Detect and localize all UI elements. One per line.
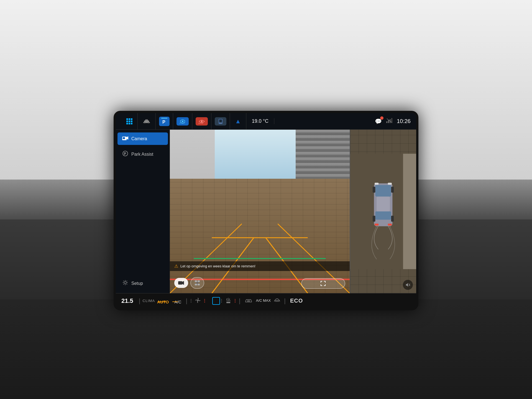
nav-mode-section: MODE [192, 113, 211, 129]
svg-rect-46 [195, 284, 197, 285]
rear-camera-button[interactable] [174, 278, 188, 288]
svg-rect-8 [131, 123, 132, 124]
sidebar-item-setup[interactable]: Setup [117, 276, 168, 290]
setup-label: Setup [131, 281, 143, 286]
mode-icon[interactable]: MODE [196, 117, 208, 126]
svg-rect-25 [388, 120, 389, 123]
guide-lines-svg [170, 154, 350, 293]
climate-divider-5: | [282, 297, 288, 305]
svg-rect-60 [388, 183, 392, 185]
camera-control-buttons [174, 277, 204, 289]
warning-banner: ⚠ Let op omgeving en wees klaar om te re… [170, 261, 350, 271]
phone-icon[interactable] [215, 117, 226, 126]
svg-rect-23 [220, 123, 221, 123]
svg-text:MODE: MODE [198, 122, 203, 124]
home-button[interactable] [212, 297, 220, 305]
climate-divider: | [137, 297, 143, 305]
svg-rect-7 [129, 123, 130, 124]
warning-text: Let op omgeving en wees klaar om te remm… [180, 264, 255, 268]
clock-display: 10:26 [397, 118, 411, 124]
nav-phone-section [211, 113, 230, 129]
climate-divider-4: | [237, 297, 243, 305]
svg-rect-5 [131, 121, 132, 122]
ac-section: A/C [170, 300, 184, 302]
ac-max-button[interactable]: A/C MAX [254, 299, 272, 303]
rear-defrost-icon[interactable] [243, 298, 254, 304]
car-icon[interactable] [141, 118, 152, 125]
main-content-area: Camera P Park Assist [116, 130, 416, 293]
svg-rect-66 [226, 302, 230, 303]
svg-text:ASSIST: ASSIST [179, 122, 185, 124]
nav-car-section [138, 113, 156, 129]
rear-camera-feed: ⚠ Let op omgeving en wees klaar om te re… [170, 130, 350, 293]
setup-sidebar-icon [122, 280, 129, 287]
camera-view-area: ⚠ Let op omgeving en wees klaar om te re… [170, 130, 416, 293]
apps-grid-icon[interactable] [125, 117, 134, 126]
fan-icon[interactable] [193, 297, 203, 305]
topdown-view-area [350, 130, 416, 293]
svg-rect-59 [375, 183, 378, 185]
sidebar-item-camera[interactable]: Camera [117, 132, 168, 145]
message-badge [380, 116, 383, 120]
svg-rect-24 [386, 121, 387, 123]
svg-rect-58 [391, 216, 394, 221]
top-nav-bar: P ASSIST [116, 113, 416, 130]
auto-underline [158, 301, 166, 302]
svg-rect-45 [198, 280, 200, 282]
sidebar-item-park-assist[interactable]: P Park Assist [117, 147, 168, 161]
climate-dots-menu-2[interactable] [203, 299, 206, 303]
parking-p-icon[interactable]: P [159, 117, 170, 126]
svg-rect-22 [219, 119, 222, 122]
seat-heat-icon[interactable] [223, 297, 234, 305]
park-assist-label: Park Assist [131, 152, 153, 157]
camera-label: Camera [131, 136, 147, 141]
svg-rect-44 [195, 280, 197, 282]
nav-navigation-section: ▲ [230, 113, 246, 129]
sidebar-spacer [116, 163, 170, 275]
camera-sidebar-icon [122, 136, 129, 142]
climate-dots-menu-3[interactable] [220, 299, 223, 303]
surround-camera-button[interactable] [190, 277, 204, 289]
svg-rect-52 [375, 185, 391, 197]
svg-rect-11 [161, 118, 167, 119]
svg-rect-0 [126, 118, 128, 120]
svg-rect-48 [196, 282, 198, 284]
navigation-arrow-icon[interactable]: ▲ [233, 117, 243, 126]
temperature-display: 19.0 °C [246, 118, 274, 124]
svg-rect-57 [373, 216, 375, 221]
svg-rect-54 [377, 196, 390, 211]
climate-divider-2: | [184, 297, 190, 305]
car-interior: P ASSIST [0, 0, 532, 399]
svg-rect-53 [375, 211, 391, 220]
climate-control-bar: 21.5 | CLIMA AUTO A/C | [116, 293, 416, 308]
sidebar: Camera P Park Assist [116, 130, 170, 293]
nav-apps-section [121, 113, 138, 129]
svg-rect-9 [144, 122, 145, 123]
svg-rect-6 [126, 123, 128, 124]
svg-rect-47 [198, 284, 200, 285]
svg-text:P: P [162, 120, 165, 124]
svg-rect-49 [403, 154, 416, 269]
clima-label: CLIMA [143, 299, 157, 303]
expand-camera-button[interactable] [301, 278, 345, 289]
svg-point-15 [182, 121, 183, 122]
auto-section: AUTO [157, 300, 170, 302]
svg-rect-55 [373, 187, 375, 193]
climate-dots-menu-1[interactable] [190, 299, 193, 303]
time-section: 💬 10:26 [370, 118, 411, 125]
svg-marker-30 [127, 136, 128, 140]
park-assist-sidebar-icon: P [122, 150, 129, 158]
svg-rect-31 [123, 137, 125, 139]
warning-triangle-icon: ⚠ [174, 264, 178, 269]
svg-rect-61 [375, 224, 378, 226]
svg-rect-56 [391, 187, 394, 193]
audio-mute-button[interactable] [403, 280, 413, 290]
infotainment-screen: P ASSIST [114, 111, 418, 310]
front-defrost-icon[interactable] [272, 298, 282, 304]
message-icon-wrapper: 💬 [375, 118, 382, 125]
svg-rect-42 [178, 281, 182, 285]
climate-dots-menu-4[interactable] [234, 299, 237, 303]
nav-parking-section: P [156, 113, 173, 129]
assist-icon[interactable]: ASSIST [177, 117, 189, 126]
svg-rect-4 [129, 121, 130, 122]
